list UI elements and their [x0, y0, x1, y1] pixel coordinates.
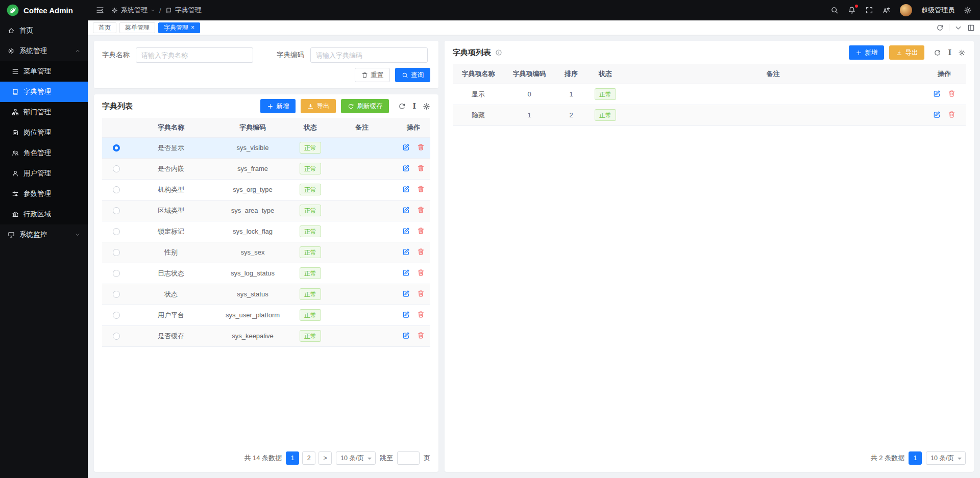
sidebar-item-user-mgmt[interactable]: 用户管理	[0, 163, 88, 184]
dict-table-row[interactable]: 是否内嵌sys_frame正常	[102, 158, 430, 179]
gear-icon[interactable]	[423, 103, 430, 110]
delete-icon[interactable]	[417, 227, 425, 235]
sidebar-item-region-mgmt[interactable]: 行政区域	[0, 204, 88, 224]
user-name[interactable]: 超级管理员	[921, 6, 954, 15]
delete-icon[interactable]	[417, 290, 425, 297]
delete-icon[interactable]	[417, 248, 425, 256]
delete-icon[interactable]	[417, 143, 425, 151]
reset-button[interactable]: 重置	[355, 68, 390, 82]
tab-menu-mgmt[interactable]: 菜单管理	[119, 22, 155, 33]
delete-icon[interactable]	[417, 269, 425, 276]
page-button[interactable]: 2	[302, 451, 315, 465]
edit-icon[interactable]	[402, 248, 410, 256]
font-size-icon[interactable]: I	[948, 49, 951, 56]
sidebar-item-param-mgmt[interactable]: 参数管理	[0, 184, 88, 204]
sidebar-item-role-mgmt[interactable]: 角色管理	[0, 143, 88, 163]
page-button[interactable]: 1	[286, 451, 299, 465]
delete-icon[interactable]	[948, 90, 955, 97]
edit-icon[interactable]	[402, 206, 410, 214]
search-icon[interactable]	[830, 6, 839, 14]
font-size-icon[interactable]: I	[412, 103, 416, 110]
sidebar-group-monitor[interactable]: 系统监控	[0, 224, 88, 245]
layout-icon[interactable]	[967, 24, 975, 32]
edit-icon[interactable]	[402, 311, 410, 318]
edit-icon[interactable]	[933, 111, 941, 118]
dict-table-row[interactable]: 锁定标记sys_lock_flag正常	[102, 221, 430, 242]
row-select-radio[interactable]	[113, 333, 120, 340]
delete-icon[interactable]	[417, 311, 425, 318]
sidebar-item-post-mgmt[interactable]: 岗位管理	[0, 122, 88, 143]
edit-icon[interactable]	[402, 290, 410, 297]
menu-fold-icon[interactable]	[96, 6, 104, 14]
page-button[interactable]: 1	[909, 451, 922, 465]
fullscreen-icon[interactable]	[865, 6, 873, 14]
refresh-icon[interactable]	[934, 49, 941, 57]
edit-icon[interactable]	[402, 269, 410, 276]
page-size-select[interactable]: 10 条/页	[336, 451, 376, 465]
query-button[interactable]: 查询	[395, 68, 430, 82]
app-logo[interactable]: Coffee Admin	[0, 0, 88, 20]
dict-table-row[interactable]: 是否缓存sys_keepalive正常	[102, 325, 430, 346]
dict-table-row[interactable]: 状态sys_status正常	[102, 284, 430, 305]
sidebar-group-system[interactable]: 系统管理	[0, 41, 88, 61]
row-select-radio[interactable]	[113, 249, 120, 256]
row-select-radio[interactable]	[113, 144, 120, 152]
dict-table-row[interactable]: 机构类型sys_org_type正常	[102, 179, 430, 200]
edit-icon[interactable]	[933, 90, 941, 97]
row-select-radio[interactable]	[113, 186, 120, 193]
dict-code-cell: sys_log_status	[212, 263, 293, 284]
dict-name-input[interactable]	[136, 47, 253, 63]
row-select-radio[interactable]	[113, 228, 120, 235]
refresh-icon[interactable]	[398, 103, 406, 110]
delete-icon[interactable]	[948, 111, 955, 118]
delete-icon[interactable]	[417, 185, 425, 193]
row-select-radio[interactable]	[113, 165, 120, 172]
sidebar-item-label: 岗位管理	[23, 128, 51, 137]
export-item-button[interactable]: 导出	[889, 45, 924, 60]
translate-icon[interactable]	[883, 6, 891, 14]
add-item-button[interactable]: 新增	[849, 45, 884, 60]
breadcrumb-level2[interactable]: 字典管理	[175, 6, 202, 15]
delete-icon[interactable]	[417, 164, 425, 172]
page-jump-input[interactable]	[397, 451, 420, 465]
sidebar-item-menu-mgmt[interactable]: 菜单管理	[0, 61, 88, 82]
delete-icon[interactable]	[417, 206, 425, 214]
edit-icon[interactable]	[402, 143, 410, 151]
notifications-button[interactable]	[848, 6, 856, 14]
page-size-select[interactable]: 10 条/页	[926, 451, 966, 465]
chevron-down-icon[interactable]	[954, 24, 962, 32]
breadcrumb-level1[interactable]: 系统管理	[121, 6, 148, 15]
sidebar-item-home[interactable]: 首页	[0, 20, 88, 41]
dict-code-input[interactable]	[310, 47, 428, 63]
edit-icon[interactable]	[402, 227, 410, 235]
sidebar-item-dept-mgmt[interactable]: 部门管理	[0, 102, 88, 122]
sidebar-item-dict-mgmt[interactable]: 字典管理	[0, 82, 88, 102]
dict-table-row[interactable]: 是否显示sys_visible正常	[102, 137, 430, 158]
gear-icon[interactable]	[958, 49, 966, 57]
row-select-radio[interactable]	[113, 270, 120, 277]
refresh-icon[interactable]	[936, 24, 944, 32]
edit-icon[interactable]	[402, 164, 410, 172]
close-icon[interactable]: ×	[191, 24, 194, 31]
row-select-radio[interactable]	[113, 291, 120, 298]
delete-icon[interactable]	[417, 332, 425, 339]
dict-table-row[interactable]: 区域类型sys_area_type正常	[102, 200, 430, 221]
refresh-icon	[348, 103, 354, 110]
row-select-radio[interactable]	[113, 312, 120, 319]
item-table-row[interactable]: 隐藏12正常	[453, 105, 966, 125]
dict-table-row[interactable]: 用户平台sys_user_platform正常	[102, 305, 430, 325]
export-dict-button[interactable]: 导出	[301, 99, 336, 113]
edit-icon[interactable]	[402, 332, 410, 339]
avatar[interactable]	[900, 4, 912, 16]
add-dict-button[interactable]: 新增	[260, 99, 296, 113]
tab-home[interactable]: 首页	[93, 22, 116, 33]
edit-icon[interactable]	[402, 185, 410, 193]
row-select-radio[interactable]	[113, 207, 120, 214]
dict-table-row[interactable]: 性别sys_sex正常	[102, 242, 430, 263]
dict-table-row[interactable]: 日志状态sys_log_status正常	[102, 263, 430, 284]
settings-icon[interactable]	[964, 6, 972, 14]
next-page-button[interactable]: >	[318, 451, 332, 465]
refresh-cache-button[interactable]: 刷新缓存	[341, 99, 389, 113]
tab-dict-mgmt[interactable]: 字典管理 ×	[158, 22, 200, 33]
item-table-row[interactable]: 显示01正常	[453, 84, 966, 105]
